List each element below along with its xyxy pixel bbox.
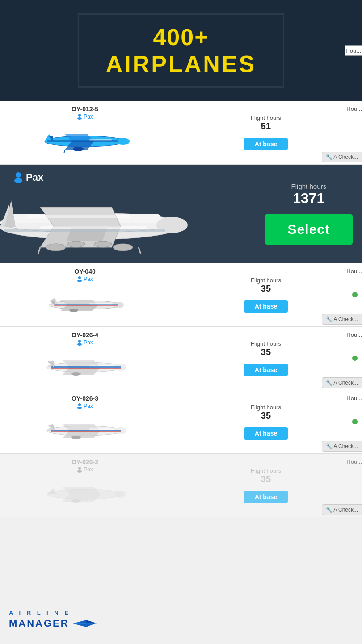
- flight-hours-value: 35: [261, 411, 271, 421]
- plane-svg-oy0262: [36, 479, 134, 510]
- select-button[interactable]: Select: [265, 214, 353, 245]
- svg-rect-81: [75, 623, 93, 624]
- svg-point-24: [67, 241, 85, 247]
- flight-hours-section: Flight hours 35: [251, 277, 281, 297]
- svg-marker-37: [50, 298, 55, 301]
- flight-hours-label: Flight hours: [251, 404, 281, 411]
- plane-right-section: Flight hours 35 At base: [170, 467, 362, 503]
- flight-hours-value: 51: [261, 121, 271, 131]
- wrench-button[interactable]: 🔧 A Check...: [322, 377, 362, 388]
- hours-partial-right: Hou...: [346, 268, 362, 275]
- large-plane-image: [0, 178, 206, 263]
- person-icon: [77, 339, 82, 346]
- svg-marker-77: [63, 487, 101, 494]
- airplane-card-row[interactable]: OY-026-4 Pax: [0, 327, 362, 390]
- flight-hours-label: Flight hours: [251, 340, 281, 347]
- svg-point-74: [115, 491, 126, 498]
- flight-hours-label: Flight hours: [251, 467, 281, 474]
- airplane-card-row[interactable]: OY-040 Pax: [0, 263, 362, 326]
- airplane-card-row[interactable]: OY-012-5 Pax: [0, 101, 362, 164]
- svg-point-71: [78, 467, 81, 470]
- plane-id: OY-040: [74, 268, 95, 275]
- airplane-card-row[interactable]: OY-026-2 Pax Fl: [0, 454, 362, 517]
- plane-left-section: OY-012-5 Pax: [0, 106, 170, 159]
- flight-hours-section: Flight hours 35: [251, 340, 281, 361]
- green-status-dot: [352, 419, 358, 424]
- plane-type: Pax: [77, 466, 93, 473]
- plane-type: Pax: [77, 276, 93, 282]
- svg-point-40: [69, 309, 78, 312]
- svg-point-0: [78, 114, 81, 117]
- airplane-card-row[interactable]: OY-026-3 Pax: [0, 390, 362, 453]
- svg-line-31: [139, 247, 141, 254]
- selected-pax-text: Pax: [26, 172, 43, 183]
- plane-right-section: Flight hours 51 At base: [170, 114, 362, 150]
- svg-rect-55: [51, 366, 121, 368]
- person-icon: [77, 403, 82, 409]
- svg-point-13: [14, 178, 22, 183]
- svg-point-32: [78, 276, 81, 279]
- hours-partial-right: Hou...: [346, 395, 362, 402]
- plane-image: [31, 349, 139, 385]
- plane-type: Pax: [77, 339, 93, 346]
- plane-svg-oy0264: [36, 352, 134, 383]
- svg-rect-28: [27, 215, 130, 218]
- svg-rect-29: [4, 229, 165, 232]
- at-base-button[interactable]: At base: [244, 364, 288, 376]
- wrench-button[interactable]: 🔧 A Check...: [322, 152, 362, 162]
- at-base-button[interactable]: At base: [244, 300, 288, 313]
- svg-rect-68: [51, 430, 121, 431]
- selected-right-section: Flight hours 1371 Select: [265, 182, 353, 245]
- plane-id: OY-026-4: [72, 331, 98, 339]
- green-status-dot: [352, 292, 358, 297]
- svg-rect-27: [40, 226, 147, 229]
- flight-hours-value: 35: [261, 284, 271, 294]
- svg-point-1: [77, 117, 82, 120]
- svg-point-46: [77, 343, 82, 346]
- plane-right-section: Flight hours 35 At base: [170, 277, 362, 313]
- plane-id: OY-026-3: [72, 395, 98, 402]
- selected-airplane-card[interactable]: Pax: [0, 165, 362, 263]
- banner-box: 400+ AIRPLANES: [78, 13, 284, 88]
- plane-id: OY-026-2: [72, 458, 98, 466]
- svg-rect-43: [54, 305, 118, 306]
- plane-svg-oy040: [36, 288, 134, 319]
- svg-point-58: [78, 403, 81, 406]
- hours-partial-right: Hou...: [346, 458, 362, 465]
- banner-line1: 400+: [106, 24, 256, 51]
- svg-line-11: [64, 150, 65, 153]
- plane-right-section: Flight hours 35 At base: [170, 340, 362, 376]
- logo-manager-text: MANAGER: [9, 616, 97, 631]
- airplane-card-oy0264: OY-026-4 Pax: [0, 327, 362, 390]
- svg-point-12: [16, 172, 21, 178]
- plane-type: Pax: [77, 114, 93, 120]
- logo-airline-text: A I R L I N E: [9, 610, 71, 616]
- at-base-button[interactable]: At base: [244, 427, 288, 440]
- person-icon: [77, 114, 82, 120]
- flight-hours-label: Flight hours: [251, 114, 281, 121]
- plane-image: [31, 413, 139, 449]
- plane-left-section: OY-040 Pax: [0, 268, 170, 322]
- svg-point-25: [94, 241, 112, 247]
- selected-flight-hours-label: Flight hours: [291, 182, 326, 190]
- airline-manager-logo: A I R L I N E MANAGER: [9, 610, 97, 631]
- at-base-button[interactable]: At base: [244, 491, 288, 503]
- plane-left-section: OY-026-3 Pax: [0, 395, 170, 449]
- airplane-card-oy040: OY-040 Pax: [0, 263, 362, 326]
- banner-line2: AIRPLANES: [106, 51, 256, 77]
- wrench-button[interactable]: 🔧 A Check...: [322, 504, 362, 515]
- svg-rect-42: [54, 304, 118, 305]
- at-base-button[interactable]: At base: [244, 138, 288, 150]
- svg-point-72: [77, 470, 82, 473]
- selected-flight-hours-value: 1371: [293, 190, 324, 207]
- large-plane-svg: [0, 178, 206, 263]
- svg-point-78: [71, 499, 81, 503]
- selected-top-label: Pax: [13, 172, 43, 183]
- svg-point-26: [113, 244, 133, 251]
- selected-person-icon: [13, 172, 23, 183]
- wrench-button[interactable]: 🔧 A Check...: [322, 314, 362, 325]
- wrench-button[interactable]: 🔧 A Check...: [322, 441, 362, 452]
- flight-hours-section: Flight hours 35: [251, 467, 281, 488]
- plane-id: OY-012-5: [72, 106, 98, 113]
- banner-partial-right: Hou...: [345, 46, 362, 56]
